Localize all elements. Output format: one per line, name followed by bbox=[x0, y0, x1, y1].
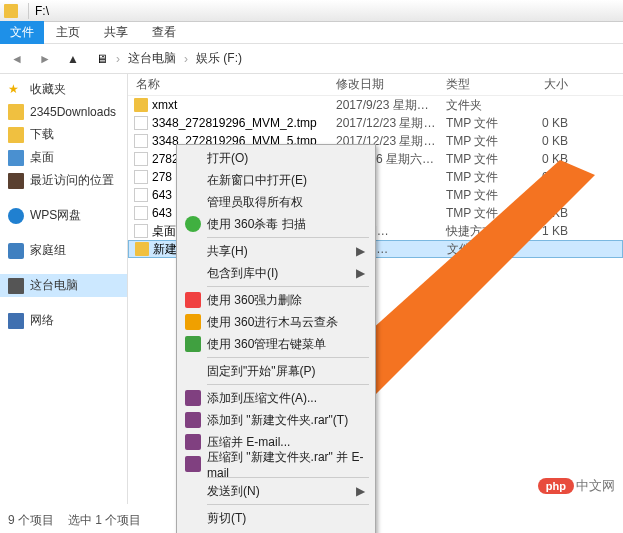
sidebar-item-downloads2345[interactable]: 2345Downloads bbox=[0, 101, 127, 123]
breadcrumb-drive[interactable]: 娱乐 (F:) bbox=[196, 50, 242, 67]
sidebar-wps[interactable]: WPS网盘 bbox=[0, 204, 127, 227]
chevron-right-icon: ▶ bbox=[356, 244, 365, 258]
window-title: F:\ bbox=[35, 4, 49, 18]
file-size: 1 KB bbox=[516, 224, 576, 238]
context-menu-item[interactable]: 固定到"开始"屏幕(P) bbox=[179, 360, 373, 382]
context-menu-item[interactable]: 共享(H)▶ bbox=[179, 240, 373, 262]
pc-icon bbox=[8, 278, 24, 294]
menu-file[interactable]: 文件 bbox=[0, 21, 44, 44]
sidebar-item-recent[interactable]: 最近访问的位置 bbox=[0, 169, 127, 192]
file-size: 0 KB bbox=[516, 152, 576, 166]
sidebar-homegroup[interactable]: 家庭组 bbox=[0, 239, 127, 262]
menu-item-label: 添加到压缩文件(A)... bbox=[207, 390, 317, 407]
menu-share[interactable]: 共享 bbox=[92, 21, 140, 44]
menu-view[interactable]: 查看 bbox=[140, 21, 188, 44]
col-name[interactable]: 名称 bbox=[128, 76, 336, 93]
sidebar-favorites[interactable]: ★收藏夹 bbox=[0, 78, 127, 101]
sidebar-label: 桌面 bbox=[30, 149, 54, 166]
sidebar-pc[interactable]: 这台电脑 bbox=[0, 274, 127, 297]
file-date: 2017/12/23 星期… bbox=[336, 115, 446, 132]
context-menu-item[interactable]: 使用 360杀毒 扫描 bbox=[179, 213, 373, 235]
status-items: 9 个项目 bbox=[8, 512, 54, 529]
context-menu-item[interactable]: 使用 360进行木马云查杀 bbox=[179, 311, 373, 333]
context-menu-item[interactable]: 发送到(N)▶ bbox=[179, 480, 373, 502]
star-icon: ★ bbox=[8, 82, 24, 98]
sidebar-label: 2345Downloads bbox=[30, 105, 116, 119]
context-menu-item[interactable]: 打开(O) bbox=[179, 147, 373, 169]
file-type: TMP 文件 bbox=[446, 133, 516, 150]
menubar: 文件 主页 共享 查看 bbox=[0, 22, 623, 44]
file-name: 新建 bbox=[153, 241, 177, 258]
forward-button[interactable]: ► bbox=[34, 48, 56, 70]
file-type: TMP 文件 bbox=[446, 205, 516, 222]
col-date[interactable]: 修改日期 bbox=[336, 76, 446, 93]
chevron-right-icon: ▶ bbox=[356, 266, 365, 280]
menu-separator bbox=[207, 384, 369, 385]
back-button[interactable]: ◄ bbox=[6, 48, 28, 70]
address-toolbar: ◄ ► ▲ 🖥 › 这台电脑 › 娱乐 (F:) bbox=[0, 44, 623, 74]
recent-icon bbox=[8, 173, 24, 189]
table-row[interactable]: xmxt2017/9/23 星期…文件夹 bbox=[128, 96, 623, 114]
menu-item-icon bbox=[185, 336, 201, 352]
context-menu-item[interactable]: 使用 360强力删除 bbox=[179, 289, 373, 311]
file-type: 文件夹 bbox=[446, 97, 516, 114]
status-selected: 选中 1 个项目 bbox=[68, 512, 141, 529]
sidebar-label: 网络 bbox=[30, 312, 54, 329]
menu-separator bbox=[207, 286, 369, 287]
file-icon bbox=[134, 170, 148, 184]
file-size: 0 KB bbox=[516, 188, 576, 202]
sidebar-label: 收藏夹 bbox=[30, 81, 66, 98]
titlebar: F:\ bbox=[0, 0, 623, 22]
file-name: 643 bbox=[152, 206, 172, 220]
context-menu-item[interactable]: 添加到压缩文件(A)... bbox=[179, 387, 373, 409]
menu-item-icon bbox=[185, 390, 201, 406]
sidebar-label: 下载 bbox=[30, 126, 54, 143]
file-name: 3348_272819296_MVM_2.tmp bbox=[152, 116, 317, 130]
menu-item-label: 使用 360管理右键菜单 bbox=[207, 336, 326, 353]
menu-item-label: 使用 360杀毒 扫描 bbox=[207, 216, 306, 233]
context-menu-item[interactable]: 压缩到 "新建文件夹.rar" 并 E-mail bbox=[179, 453, 373, 475]
sidebar-label: 最近访问的位置 bbox=[30, 172, 114, 189]
sidebar-label: 家庭组 bbox=[30, 242, 66, 259]
sidebar-item-downloads[interactable]: 下载 bbox=[0, 123, 127, 146]
up-button[interactable]: ▲ bbox=[62, 48, 84, 70]
sidebar-label: 这台电脑 bbox=[30, 277, 78, 294]
col-type[interactable]: 类型 bbox=[446, 76, 516, 93]
pc-icon: 🖥 bbox=[96, 52, 108, 66]
watermark-text: 中文网 bbox=[576, 477, 615, 495]
file-type: TMP 文件 bbox=[446, 115, 516, 132]
menu-item-icon bbox=[185, 314, 201, 330]
statusbar: 9 个项目 选中 1 个项目 bbox=[8, 512, 141, 529]
col-size[interactable]: 大小 bbox=[516, 76, 576, 93]
menu-item-icon bbox=[185, 456, 201, 472]
folder-icon bbox=[134, 98, 148, 112]
file-name: 桌面 bbox=[152, 223, 176, 240]
context-menu-item[interactable]: 添加到 "新建文件夹.rar"(T) bbox=[179, 409, 373, 431]
table-row[interactable]: 3348_272819296_MVM_2.tmp2017/12/23 星期…TM… bbox=[128, 114, 623, 132]
sidebar-item-desktop[interactable]: 桌面 bbox=[0, 146, 127, 169]
breadcrumb-pc[interactable]: 这台电脑 bbox=[128, 50, 176, 67]
chevron-right-icon: › bbox=[116, 52, 120, 66]
menu-item-label: 打开(O) bbox=[207, 150, 248, 167]
sidebar-network[interactable]: 网络 bbox=[0, 309, 127, 332]
file-type: TMP 文件 bbox=[446, 169, 516, 186]
file-icon bbox=[134, 224, 148, 238]
context-menu-item[interactable]: 在新窗口中打开(E) bbox=[179, 169, 373, 191]
context-menu-item[interactable]: 复制(C) bbox=[179, 529, 373, 533]
context-menu-item[interactable]: 使用 360管理右键菜单 bbox=[179, 333, 373, 355]
file-icon bbox=[134, 152, 148, 166]
chevron-right-icon: ▶ bbox=[356, 484, 365, 498]
column-headers: 名称 修改日期 类型 大小 bbox=[128, 74, 623, 96]
file-size: 0 KB bbox=[516, 134, 576, 148]
context-menu-item[interactable]: 管理员取得所有权 bbox=[179, 191, 373, 213]
menu-home[interactable]: 主页 bbox=[44, 21, 92, 44]
context-menu-item[interactable]: 剪切(T) bbox=[179, 507, 373, 529]
context-menu-item[interactable]: 包含到库中(I)▶ bbox=[179, 262, 373, 284]
folder-icon bbox=[8, 104, 24, 120]
menu-item-label: 使用 360进行木马云查杀 bbox=[207, 314, 338, 331]
menu-item-label: 包含到库中(I) bbox=[207, 265, 278, 282]
watermark: php 中文网 bbox=[538, 477, 615, 495]
homegroup-icon bbox=[8, 243, 24, 259]
file-icon bbox=[134, 116, 148, 130]
menu-item-icon bbox=[185, 434, 201, 450]
